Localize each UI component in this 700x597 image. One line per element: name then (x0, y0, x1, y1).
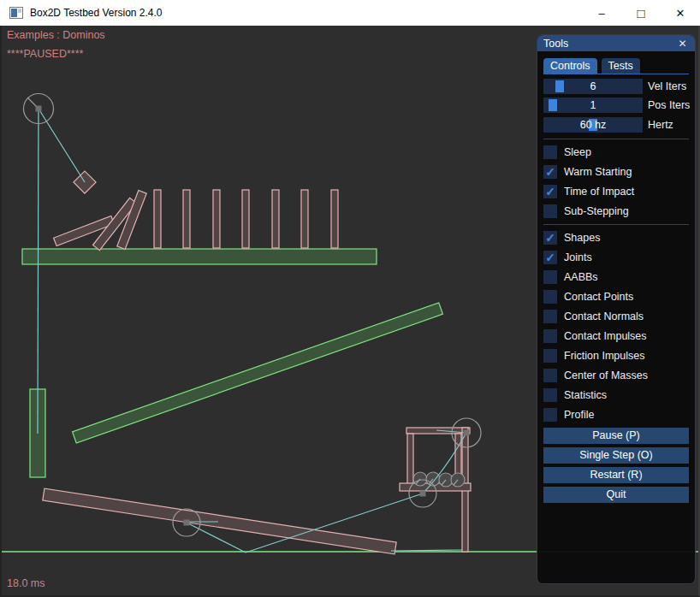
joint-anchor (184, 520, 190, 526)
checkbox-label: AABBs (564, 271, 598, 283)
tab-tests[interactable]: Tests (602, 58, 640, 74)
separator (543, 224, 689, 225)
checkbox-label: Time of Impact (564, 186, 634, 198)
joint-anchor (420, 491, 426, 497)
close-button[interactable]: ✕ (661, 0, 700, 26)
checkbox-profile[interactable]: Profile (543, 408, 689, 422)
tab-bar: ControlsTests (543, 58, 689, 74)
tools-panel-body: ControlsTests 6Vel Iters1Pos Iters60 hzH… (537, 51, 695, 503)
slider-value: 1 (590, 99, 596, 111)
checkbox-sleep[interactable]: Sleep (543, 145, 689, 159)
pendulum-bob-square[interactable] (74, 171, 96, 193)
checkbox-box[interactable] (543, 204, 557, 218)
action-buttons: Pause (P)Single Step (O)Restart (R)Quit (543, 428, 689, 503)
checkbox-label: Statistics (564, 389, 607, 401)
app-icon (9, 7, 23, 19)
separator (543, 139, 689, 139)
standing-domino[interactable] (213, 190, 220, 248)
joint-line (39, 109, 85, 182)
checkbox-box[interactable] (543, 270, 557, 284)
slider-pos-iters[interactable]: 1 (543, 98, 643, 113)
window-title: Box2D Testbed Version 2.4.0 (30, 7, 163, 19)
simulation-canvas[interactable]: Examples : Dominos ****PAUSED**** 18.0 m… (0, 26, 700, 597)
slider-grab[interactable] (555, 80, 564, 92)
slider-row-vel-iters: 6Vel Iters (543, 79, 689, 94)
checkbox-time-of-impact[interactable]: ✓Time of Impact (543, 185, 689, 198)
checkbox-label: Warm Starting (564, 166, 632, 178)
checkbox-label: Center of Masses (564, 369, 648, 381)
frame-time-label: 18.0 ms (7, 577, 44, 589)
tools-panel-title: Tools (543, 38, 568, 50)
checkbox-box[interactable] (543, 310, 557, 323)
tab-controls[interactable]: Controls (543, 58, 597, 74)
single-step-o-button[interactable]: Single Step (O) (543, 447, 689, 464)
frame-left-bar[interactable] (407, 434, 413, 485)
slider-grab[interactable] (549, 99, 557, 111)
checkbox-box[interactable] (543, 329, 557, 343)
seesaw-plank[interactable] (43, 488, 396, 554)
slider-label: Pos Iters (648, 99, 690, 111)
pause-p-button[interactable]: Pause (P) (543, 428, 689, 444)
checkbox-box[interactable] (543, 388, 557, 402)
slider-group: 6Vel Iters1Pos Iters60 hzHertz (543, 79, 689, 133)
inclined-plank (73, 303, 443, 443)
slider-hertz[interactable]: 60 hz (543, 117, 643, 133)
joint-line (38, 109, 39, 434)
checkbox-box[interactable] (543, 369, 557, 382)
standing-domino[interactable] (301, 190, 308, 248)
checkbox-label: Shapes (564, 232, 600, 244)
checkbox-label: Sub-Stepping (564, 205, 629, 217)
minimize-button[interactable]: – (582, 0, 621, 26)
standing-domino[interactable] (183, 190, 190, 248)
checkbox-contact-impulses[interactable]: Contact Impulses (543, 329, 689, 343)
checkbox-box[interactable]: ✓ (543, 185, 557, 198)
checkbox-label: Contact Normals (564, 310, 644, 322)
standing-domino[interactable] (154, 190, 161, 248)
slider-label: Hertz (648, 119, 673, 131)
joint-line (391, 550, 462, 551)
checkbox-contact-normals[interactable]: Contact Normals (543, 310, 689, 323)
paused-label: ****PAUSED**** (7, 48, 83, 60)
checkbox-warm-starting[interactable]: ✓Warm Starting (543, 165, 689, 179)
checkbox-aabbs[interactable]: AABBs (543, 270, 689, 284)
checkbox-label: Profile (564, 409, 594, 421)
checkbox-friction-impulses[interactable]: Friction Impulses (543, 349, 689, 363)
checkbox-box[interactable] (543, 145, 557, 159)
checkbox-box[interactable]: ✓ (543, 165, 557, 179)
domino-platform (22, 249, 377, 264)
slider-row-pos-iters: 1Pos Iters (543, 98, 689, 113)
checkbox-statistics[interactable]: Statistics (543, 388, 689, 402)
joint-anchor (464, 430, 470, 436)
standing-domino[interactable] (242, 190, 249, 248)
slider-value: 6 (590, 80, 596, 92)
checkbox-label: Joints (564, 251, 592, 263)
slider-value: 60 hz (580, 119, 607, 131)
checkbox-label: Sleep (564, 146, 591, 158)
checkbox-joints[interactable]: ✓Joints (543, 251, 689, 264)
sim-flags: Sleep✓Warm Starting✓Time of ImpactSub-St… (543, 145, 689, 218)
maximize-button[interactable]: □ (621, 0, 661, 26)
example-label: Examples : Dominos (7, 29, 105, 41)
checkbox-contact-points[interactable]: Contact Points (543, 290, 689, 304)
app-window: Box2D Testbed Version 2.4.0 – □ ✕ (0, 0, 700, 597)
standing-domino[interactable] (272, 190, 279, 248)
checkbox-center-of-masses[interactable]: Center of Masses (543, 369, 689, 382)
checkbox-box[interactable] (543, 349, 557, 363)
restart-r-button[interactable]: Restart (R) (543, 467, 689, 483)
slider-label: Vel Iters (648, 80, 686, 92)
quit-button[interactable]: Quit (543, 487, 689, 503)
slider-vel-iters[interactable]: 6 (543, 79, 643, 94)
checkbox-sub-stepping[interactable]: Sub-Stepping (543, 204, 689, 218)
panel-close-icon[interactable]: ✕ (676, 38, 689, 50)
tools-panel-titlebar[interactable]: Tools ✕ (537, 35, 695, 51)
checkbox-box[interactable]: ✓ (543, 251, 557, 264)
standing-domino[interactable] (331, 190, 338, 248)
window-controls: – □ ✕ (582, 0, 700, 26)
checkbox-box[interactable] (543, 290, 557, 304)
window-titlebar: Box2D Testbed Version 2.4.0 – □ ✕ (0, 0, 700, 26)
tools-panel: Tools ✕ ControlsTests 6Vel Iters1Pos Ite… (537, 34, 696, 584)
checkbox-box[interactable] (543, 408, 557, 422)
checkbox-shapes[interactable]: ✓Shapes (543, 231, 689, 245)
checkbox-box[interactable]: ✓ (543, 231, 557, 245)
checkbox-label: Friction Impulses (564, 350, 644, 362)
